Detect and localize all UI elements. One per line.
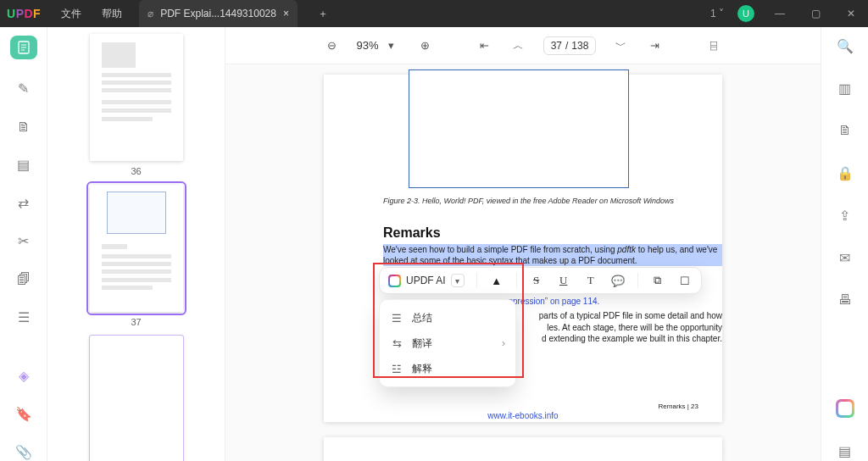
document-viewport: ⊖ 93% ▾ ⊕ ⇤ ︿ 37/138 ﹀ ⇥ ⌸ Figure 2-3. H… — [225, 27, 821, 461]
thumbnail-36[interactable]: 36 — [68, 34, 204, 176]
convert-button[interactable]: ⇄ — [14, 194, 34, 212]
app-logo: UPDF — [7, 7, 41, 20]
avatar[interactable]: U — [737, 5, 754, 22]
page-footer-link[interactable]: www.it-ebooks.info — [324, 411, 722, 420]
tab-close-icon[interactable]: × — [283, 8, 289, 19]
zoom-in-button[interactable]: ⊕ — [416, 36, 435, 55]
title-bar: UPDF 文件 帮助 ⌀ PDF Explai...1449310028 × ＋… — [0, 0, 868, 27]
highlighted-selection[interactable]: We've seen how to build a simple PDF fil… — [383, 244, 722, 266]
strikethrough-button[interactable]: S — [529, 274, 544, 287]
explain-icon: ☳ — [390, 363, 403, 375]
thumbnail-38[interactable]: 38 — [68, 336, 204, 461]
comment-icon[interactable]: 💬 — [610, 275, 626, 287]
chevron-down-icon[interactable]: ▾ — [451, 274, 465, 287]
share-button[interactable]: ⇪ — [835, 205, 855, 225]
copy-icon[interactable]: ⧉ — [650, 274, 665, 287]
ai-explain[interactable]: ☳ 解释 — [380, 356, 515, 381]
protect-file-button[interactable]: 🔒 — [835, 163, 855, 183]
selection-toolbar: UPDF AI ▾ ▲ S U T 💬 ⧉ ☐ — [379, 267, 702, 294]
zoom-out-button[interactable]: ⊖ — [323, 36, 342, 55]
thumbnail-label: 36 — [131, 166, 141, 176]
last-page-button[interactable]: ⇥ — [645, 36, 664, 55]
menu-file[interactable]: 文件 — [61, 7, 81, 21]
thumbnail-panel: 36 37 38 — [47, 27, 225, 461]
layers-button[interactable]: ◈ — [14, 367, 34, 385]
doc-icon: ⌀ — [147, 8, 153, 19]
body-text: parts of a typical PDF file in some deta… — [510, 310, 722, 345]
page-canvas: Figure 2-3. Hello, World! PDF, viewed in… — [324, 75, 722, 422]
ai-chat-button[interactable] — [835, 398, 855, 419]
highlighter-icon[interactable]: ▲ — [489, 275, 504, 287]
thumbnail-label: 37 — [131, 317, 141, 327]
next-page-button[interactable]: ﹀ — [611, 36, 630, 55]
protect-button[interactable]: 🗐 — [14, 270, 34, 288]
print-button[interactable]: 🖶 — [835, 290, 855, 310]
page-indicator[interactable]: 37/138 — [543, 36, 597, 55]
document-tab[interactable]: ⌀ PDF Explai...1449310028 × — [139, 0, 298, 27]
updf-ai-button[interactable]: UPDF AI ▾ — [388, 274, 465, 287]
edit-page-button[interactable]: 🗎 — [14, 118, 34, 136]
crop-button[interactable]: ✂ — [14, 232, 34, 250]
email-button[interactable]: ✉ — [835, 247, 855, 268]
more-button[interactable]: ▤ — [835, 441, 855, 461]
zoom-value: 93% — [357, 39, 379, 52]
list-icon: ☰ — [390, 312, 403, 325]
organize-button[interactable]: ▤ — [14, 156, 34, 174]
bookmark-button[interactable]: 🔖 — [14, 405, 34, 423]
next-page-peek — [324, 437, 722, 461]
bookmark-icon[interactable]: ☐ — [677, 275, 693, 287]
figure-image — [409, 69, 629, 188]
window-maximize-icon[interactable]: ▢ — [805, 8, 826, 19]
reader-mode-button[interactable] — [10, 36, 37, 59]
attachment-button[interactable]: 📎 — [14, 443, 34, 461]
menu-help[interactable]: 帮助 — [102, 7, 122, 21]
new-tab-button[interactable]: ＋ — [318, 7, 328, 21]
ai-summarize[interactable]: ☰ 总结 — [380, 305, 515, 330]
window-close-icon[interactable]: ✕ — [841, 8, 861, 19]
page-controls: ⊖ 93% ▾ ⊕ ⇤ ︿ 37/138 ﹀ ⇥ ⌸ — [225, 27, 821, 64]
ai-menu: ☰ 总结 ⇆ 翻译 › ☳ 解释 — [379, 299, 516, 387]
page-icon — [17, 41, 31, 54]
right-toolbar: 🔍 ▥ 🗎 🔒 ⇪ ✉ 🖶 ▤ — [821, 27, 868, 461]
section-heading: Remarks — [383, 225, 441, 241]
prev-page-button[interactable]: ︿ — [509, 36, 528, 55]
first-page-button[interactable]: ⇤ — [476, 36, 494, 55]
text-button[interactable]: T — [583, 274, 598, 287]
tab-title: PDF Explai...1449310028 — [160, 8, 276, 19]
page-footer: Remarks | 23 — [659, 403, 698, 410]
ai-translate[interactable]: ⇆ 翻译 › — [380, 330, 515, 356]
presentation-button[interactable]: ⌸ — [704, 36, 723, 55]
form-button[interactable]: ☰ — [14, 308, 34, 326]
ocr-button[interactable]: ▥ — [835, 78, 855, 98]
zoom-dropdown[interactable]: ▾ — [382, 36, 401, 55]
export-button[interactable]: 🗎 — [835, 120, 855, 141]
ai-icon — [388, 275, 401, 287]
thumbnail-37[interactable]: 37 — [68, 185, 204, 327]
translate-icon: ⇆ — [390, 337, 403, 350]
chevron-right-icon: › — [502, 337, 505, 349]
search-button[interactable]: 🔍 — [835, 36, 855, 56]
figure-caption: Figure 2-3. Hello, World! PDF, viewed in… — [383, 197, 674, 205]
annotate-button[interactable]: ✎ — [14, 80, 34, 97]
tab-count[interactable]: 1 ˅ — [707, 8, 727, 19]
window-minimize-icon[interactable]: ― — [770, 8, 790, 19]
left-toolbar: ✎ 🗎 ▤ ⇄ ✂ 🗐 ☰ ◈ 🔖 📎 — [0, 27, 47, 461]
underline-button[interactable]: U — [556, 274, 571, 287]
